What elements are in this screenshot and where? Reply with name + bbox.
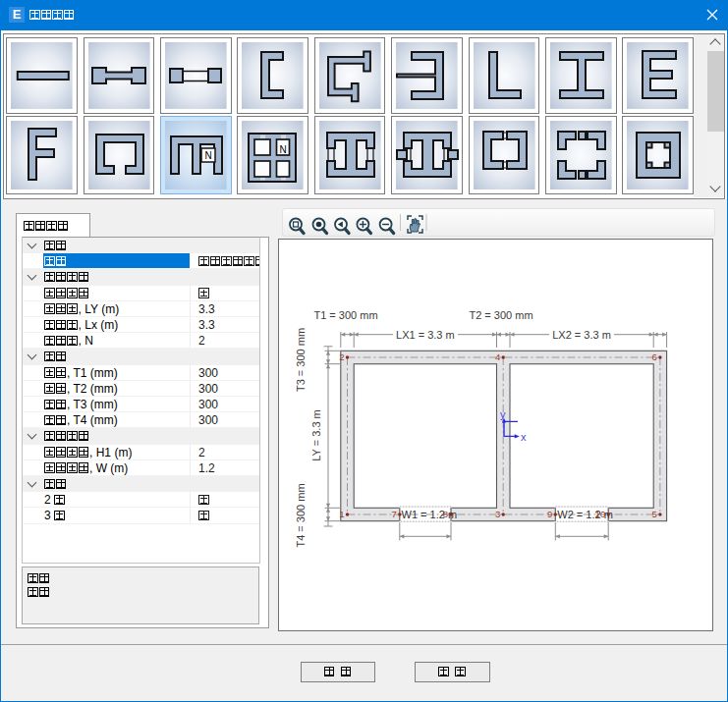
svg-text:y: y [500, 408, 506, 420]
svg-text:4: 4 [495, 351, 500, 362]
svg-text:10: 10 [595, 509, 606, 519]
svg-text:T2 = 300 mm: T2 = 300 mm [469, 309, 532, 321]
svg-text:T3 = 300 mm: T3 = 300 mm [295, 328, 307, 392]
svg-text:1: 1 [339, 509, 344, 519]
svg-text:8: 8 [443, 509, 448, 519]
svg-text:N: N [204, 150, 211, 161]
svg-text:7: 7 [392, 509, 397, 519]
svg-text:2: 2 [339, 351, 344, 362]
svg-text:LY = 3.3 m: LY = 3.3 m [310, 409, 322, 461]
svg-text:x: x [521, 431, 527, 443]
svg-text:LX2 = 3.3 m: LX2 = 3.3 m [552, 329, 611, 341]
svg-text:W1 = 1.2 m: W1 = 1.2 m [402, 509, 458, 520]
svg-text:T1 = 300 mm: T1 = 300 mm [313, 309, 377, 321]
svg-text:T4 = 300 mm: T4 = 300 mm [295, 483, 307, 547]
svg-text:N: N [280, 144, 287, 155]
svg-text:6: 6 [652, 351, 657, 362]
svg-text:9: 9 [547, 509, 552, 519]
svg-text:5: 5 [652, 509, 657, 519]
svg-text:3: 3 [495, 509, 500, 519]
svg-text:LX1 = 3.3 m: LX1 = 3.3 m [396, 329, 455, 341]
